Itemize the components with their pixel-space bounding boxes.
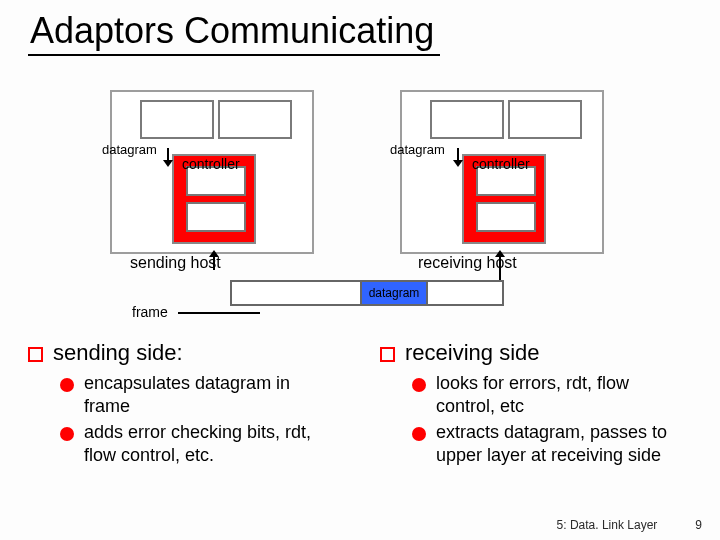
bullet-text: adds error checking bits, rdt, flow cont… bbox=[84, 421, 340, 466]
frame-label: frame bbox=[132, 304, 168, 320]
bullet-columns: sending side: encapsulates datagram in f… bbox=[28, 340, 692, 470]
controller-inner bbox=[476, 202, 536, 232]
circle-bullet-icon bbox=[412, 427, 426, 441]
bullet-level2: adds error checking bits, rdt, flow cont… bbox=[60, 421, 340, 466]
slide: Adaptors Communicating datagram controll… bbox=[0, 0, 720, 540]
circle-bullet-icon bbox=[412, 378, 426, 392]
sending-side-column: sending side: encapsulates datagram in f… bbox=[28, 340, 340, 470]
bullet-level1: sending side: bbox=[28, 340, 340, 366]
circle-bullet-icon bbox=[60, 378, 74, 392]
upper-layer-box bbox=[140, 100, 214, 139]
sending-host-label: sending host bbox=[130, 254, 221, 272]
datagram-label: datagram bbox=[102, 142, 157, 157]
receiving-side-heading: receiving side bbox=[405, 340, 540, 366]
circle-bullet-icon bbox=[60, 427, 74, 441]
sending-host-box bbox=[110, 90, 314, 254]
upper-layer-box bbox=[508, 100, 582, 139]
square-bullet-icon bbox=[28, 347, 43, 362]
frame-leader-line bbox=[178, 312, 260, 314]
datagram-label: datagram bbox=[390, 142, 445, 157]
square-bullet-icon bbox=[380, 347, 395, 362]
bullet-text: extracts datagram, passes to upper layer… bbox=[436, 421, 692, 466]
slide-footer: 5: Data. Link Layer 9 bbox=[557, 518, 702, 532]
adaptors-diagram: datagram controller sending host datagra… bbox=[60, 90, 620, 310]
upper-layer-box bbox=[430, 100, 504, 139]
bullet-level2: encapsulates datagram in frame bbox=[60, 372, 340, 417]
controller-label: controller bbox=[182, 156, 240, 172]
controller-inner bbox=[186, 202, 246, 232]
upper-layer-box bbox=[218, 100, 292, 139]
bullet-level2: extracts datagram, passes to upper layer… bbox=[412, 421, 692, 466]
receiving-host-box bbox=[400, 90, 604, 254]
bullet-level2: looks for errors, rdt, flow control, etc bbox=[412, 372, 692, 417]
footer-section: 5: Data. Link Layer bbox=[557, 518, 658, 532]
controller-label: controller bbox=[472, 156, 530, 172]
bullet-text: encapsulates datagram in frame bbox=[84, 372, 340, 417]
bullet-level1: receiving side bbox=[380, 340, 692, 366]
frame-datagram-box: datagram bbox=[360, 280, 428, 306]
receiving-side-column: receiving side looks for errors, rdt, fl… bbox=[380, 340, 692, 470]
bullet-text: looks for errors, rdt, flow control, etc bbox=[436, 372, 692, 417]
sending-side-heading: sending side: bbox=[53, 340, 183, 366]
slide-title: Adaptors Communicating bbox=[28, 10, 440, 56]
footer-page-number: 9 bbox=[695, 518, 702, 532]
